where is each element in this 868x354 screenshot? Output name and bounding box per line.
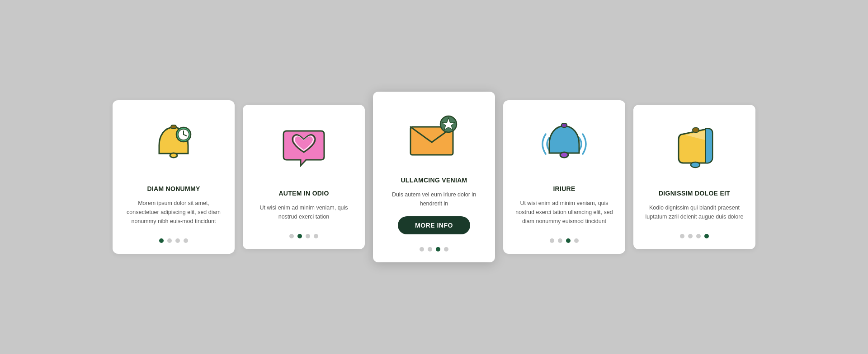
dot-2[interactable] bbox=[566, 238, 571, 243]
card-title-3: ULLAMCING VENIAM bbox=[401, 177, 467, 184]
card-5: DIGNISSIM DOLOE EITKodio dignissim qui b… bbox=[633, 105, 755, 249]
dot-0[interactable] bbox=[680, 234, 684, 238]
dot-0[interactable] bbox=[289, 234, 294, 238]
dot-2[interactable] bbox=[696, 234, 701, 238]
dots-row-3 bbox=[420, 242, 448, 252]
card-icon-2 bbox=[254, 118, 354, 182]
dot-2[interactable] bbox=[175, 238, 180, 243]
card-text-1: Morem ipsum dolor sit amet, consectetuer… bbox=[123, 199, 224, 226]
dot-3[interactable] bbox=[314, 234, 318, 238]
dot-0[interactable] bbox=[420, 247, 424, 252]
svg-rect-15 bbox=[693, 128, 699, 132]
dot-3[interactable] bbox=[444, 247, 448, 252]
dot-1[interactable] bbox=[167, 238, 172, 243]
svg-rect-1 bbox=[171, 125, 176, 129]
dot-3[interactable] bbox=[574, 238, 579, 243]
card-text-2: Ut wisi enim ad minim veniam, quis nostr… bbox=[254, 203, 354, 221]
card-2: AUTEM IN ODIOUt wisi enim ad minim venia… bbox=[243, 105, 365, 249]
dots-row-1 bbox=[159, 234, 188, 243]
card-title-1: DIAM NONUMMY bbox=[147, 185, 200, 192]
card-text-3: Duis autem vel eum iriure dolor in hendr… bbox=[384, 190, 484, 208]
card-icon-4 bbox=[514, 114, 614, 177]
card-3: ULLAMCING VENIAMDuis autem vel eum iriur… bbox=[373, 92, 495, 262]
dot-1[interactable] bbox=[297, 234, 302, 238]
card-title-2: AUTEM IN ODIO bbox=[278, 190, 329, 197]
card-title-4: IRIURE bbox=[553, 185, 575, 192]
dot-3[interactable] bbox=[704, 234, 709, 238]
svg-point-12 bbox=[560, 152, 568, 158]
card-icon-5 bbox=[644, 118, 745, 182]
card-text-5: Kodio dignissim qui blandit praesent lup… bbox=[644, 203, 745, 221]
dot-1[interactable] bbox=[428, 247, 432, 252]
dots-row-4 bbox=[550, 234, 579, 243]
dot-2[interactable] bbox=[306, 234, 310, 238]
svg-point-14 bbox=[691, 162, 700, 168]
card-text-4: Ut wisi enim ad minim veniam, quis nostr… bbox=[514, 199, 614, 226]
dot-2[interactable] bbox=[436, 247, 440, 252]
cards-container: DIAM NONUMMYMorem ipsum dolor sit amet, … bbox=[94, 74, 774, 280]
more-info-button[interactable]: MORE INFO bbox=[398, 216, 470, 234]
dots-row-2 bbox=[289, 229, 318, 238]
card-icon-1 bbox=[123, 114, 224, 177]
dot-1[interactable] bbox=[688, 234, 693, 238]
svg-point-0 bbox=[170, 153, 177, 158]
dot-0[interactable] bbox=[159, 238, 164, 243]
dot-0[interactable] bbox=[550, 238, 554, 243]
dot-3[interactable] bbox=[184, 238, 188, 243]
dot-1[interactable] bbox=[558, 238, 562, 243]
card-4: IRIUREUt wisi enim ad minim veniam, quis… bbox=[503, 100, 625, 254]
card-1: DIAM NONUMMYMorem ipsum dolor sit amet, … bbox=[113, 100, 235, 254]
dots-row-5 bbox=[680, 229, 709, 238]
card-icon-3 bbox=[384, 105, 484, 168]
card-title-5: DIGNISSIM DOLOE EIT bbox=[659, 190, 730, 197]
svg-rect-13 bbox=[561, 123, 567, 127]
